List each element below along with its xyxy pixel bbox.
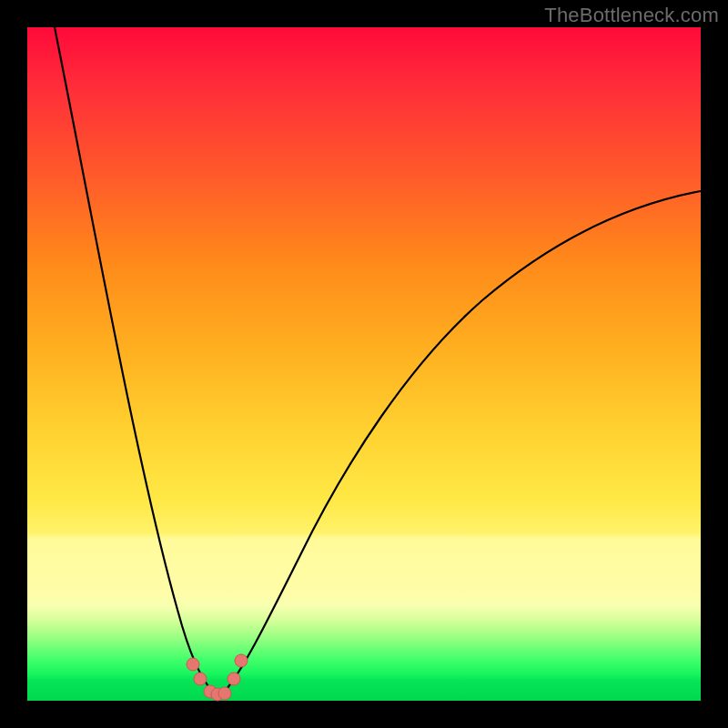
marker-dot — [218, 687, 231, 700]
marker-dot — [194, 672, 207, 685]
plot-area — [27, 27, 701, 701]
marker-dot — [228, 672, 240, 685]
marker-dot — [235, 654, 248, 667]
bottleneck-curve — [27, 27, 701, 701]
marker-dot — [187, 658, 199, 671]
chart-frame: TheBottleneck.com — [0, 0, 728, 728]
curve-right-branch — [223, 191, 701, 693]
curve-left-branch — [55, 27, 214, 693]
watermark-text: TheBottleneck.com — [544, 4, 719, 27]
trough-markers — [187, 654, 248, 701]
